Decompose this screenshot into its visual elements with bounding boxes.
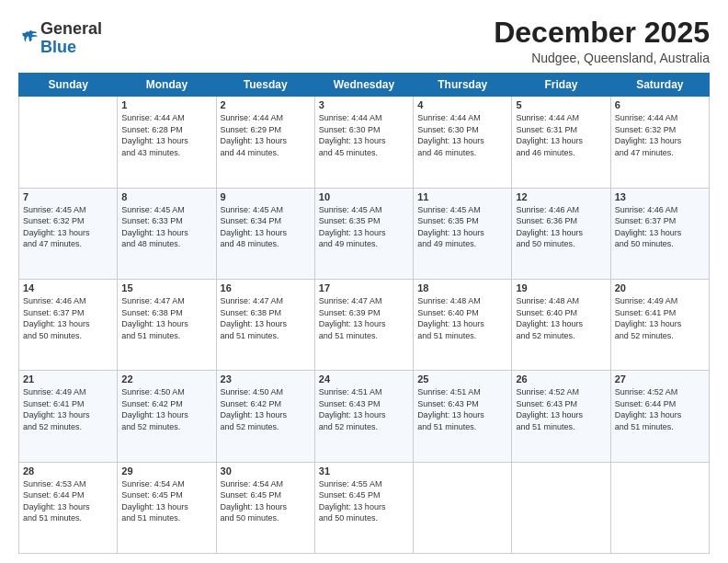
calendar-cell: 10Sunrise: 4:45 AM Sunset: 6:35 PM Dayli… — [314, 188, 413, 279]
location: Nudgee, Queensland, Australia — [494, 51, 710, 65]
calendar-week-4: 21Sunrise: 4:49 AM Sunset: 6:41 PM Dayli… — [19, 371, 710, 462]
calendar-cell — [414, 462, 512, 553]
cell-info: Sunrise: 4:55 AM Sunset: 6:45 PM Dayligh… — [319, 478, 409, 524]
day-number: 15 — [121, 282, 211, 293]
cell-info: Sunrise: 4:45 AM Sunset: 6:34 PM Dayligh… — [221, 204, 311, 250]
calendar-cell: 17Sunrise: 4:47 AM Sunset: 6:39 PM Dayli… — [314, 279, 413, 370]
cell-info: Sunrise: 4:46 AM Sunset: 6:37 PM Dayligh… — [23, 295, 113, 341]
day-number: 23 — [221, 373, 311, 385]
cell-info: Sunrise: 4:44 AM Sunset: 6:31 PM Dayligh… — [516, 112, 606, 158]
calendar-cell: 15Sunrise: 4:47 AM Sunset: 6:38 PM Dayli… — [118, 279, 216, 370]
calendar-cell: 11Sunrise: 4:45 AM Sunset: 6:35 PM Dayli… — [414, 188, 512, 279]
calendar-cell: 16Sunrise: 4:47 AM Sunset: 6:38 PM Dayli… — [216, 279, 314, 370]
day-number: 28 — [23, 465, 113, 477]
day-number: 11 — [417, 191, 507, 202]
calendar-cell: 2Sunrise: 4:44 AM Sunset: 6:29 PM Daylig… — [216, 97, 314, 188]
calendar-cell: 5Sunrise: 4:44 AM Sunset: 6:31 PM Daylig… — [512, 97, 610, 188]
day-number: 6 — [615, 99, 705, 110]
cell-info: Sunrise: 4:47 AM Sunset: 6:39 PM Dayligh… — [319, 295, 409, 341]
day-number: 22 — [121, 373, 211, 385]
calendar-week-5: 28Sunrise: 4:53 AM Sunset: 6:44 PM Dayli… — [19, 462, 710, 553]
day-number: 30 — [221, 465, 311, 477]
calendar-cell — [19, 97, 118, 188]
cell-info: Sunrise: 4:46 AM Sunset: 6:37 PM Dayligh… — [615, 204, 705, 250]
calendar-week-1: 1Sunrise: 4:44 AM Sunset: 6:28 PM Daylig… — [19, 97, 710, 188]
cell-info: Sunrise: 4:51 AM Sunset: 6:43 PM Dayligh… — [417, 386, 507, 432]
calendar-cell: 30Sunrise: 4:54 AM Sunset: 6:45 PM Dayli… — [216, 462, 314, 553]
day-number: 8 — [121, 191, 211, 202]
calendar-cell: 23Sunrise: 4:50 AM Sunset: 6:42 PM Dayli… — [216, 371, 314, 462]
weekday-header-row: SundayMondayTuesdayWednesdayThursdayFrid… — [19, 74, 710, 97]
cell-info: Sunrise: 4:45 AM Sunset: 6:35 PM Dayligh… — [417, 204, 507, 250]
cell-info: Sunrise: 4:48 AM Sunset: 6:40 PM Dayligh… — [516, 295, 606, 341]
cell-info: Sunrise: 4:54 AM Sunset: 6:45 PM Dayligh… — [121, 478, 211, 524]
calendar-cell: 12Sunrise: 4:46 AM Sunset: 6:36 PM Dayli… — [512, 188, 610, 279]
day-number: 17 — [319, 282, 409, 293]
day-number: 27 — [615, 373, 705, 385]
cell-info: Sunrise: 4:52 AM Sunset: 6:43 PM Dayligh… — [516, 386, 606, 432]
header: General Blue December 2025 Nudgee, Queen… — [18, 17, 710, 65]
calendar-cell: 31Sunrise: 4:55 AM Sunset: 6:45 PM Dayli… — [314, 462, 413, 553]
day-number: 12 — [516, 191, 606, 202]
calendar-cell — [512, 462, 610, 553]
day-number: 18 — [417, 282, 507, 293]
logo: General Blue — [18, 20, 102, 57]
calendar-cell: 13Sunrise: 4:46 AM Sunset: 6:37 PM Dayli… — [610, 188, 709, 279]
day-number: 5 — [516, 99, 606, 110]
day-number: 10 — [319, 191, 409, 202]
cell-info: Sunrise: 4:44 AM Sunset: 6:28 PM Dayligh… — [121, 112, 211, 158]
day-number: 31 — [319, 465, 409, 477]
cell-info: Sunrise: 4:49 AM Sunset: 6:41 PM Dayligh… — [23, 386, 113, 432]
day-number: 21 — [23, 373, 113, 385]
day-number: 13 — [615, 191, 705, 202]
weekday-header-monday: Monday — [118, 74, 216, 97]
cell-info: Sunrise: 4:47 AM Sunset: 6:38 PM Dayligh… — [121, 295, 211, 341]
day-number: 16 — [221, 282, 311, 293]
calendar-cell: 1Sunrise: 4:44 AM Sunset: 6:28 PM Daylig… — [118, 97, 216, 188]
calendar-week-3: 14Sunrise: 4:46 AM Sunset: 6:37 PM Dayli… — [19, 279, 710, 370]
calendar-cell: 26Sunrise: 4:52 AM Sunset: 6:43 PM Dayli… — [512, 371, 610, 462]
day-number: 9 — [221, 191, 311, 202]
weekday-header-thursday: Thursday — [414, 74, 512, 97]
logo-text: General Blue — [40, 20, 102, 57]
cell-info: Sunrise: 4:44 AM Sunset: 6:29 PM Dayligh… — [221, 112, 311, 158]
calendar-cell: 29Sunrise: 4:54 AM Sunset: 6:45 PM Dayli… — [118, 462, 216, 553]
calendar-table: SundayMondayTuesdayWednesdayThursdayFrid… — [18, 73, 710, 554]
weekday-header-wednesday: Wednesday — [314, 74, 413, 97]
calendar-cell: 4Sunrise: 4:44 AM Sunset: 6:30 PM Daylig… — [414, 97, 512, 188]
cell-info: Sunrise: 4:47 AM Sunset: 6:38 PM Dayligh… — [221, 295, 311, 341]
calendar-cell: 24Sunrise: 4:51 AM Sunset: 6:43 PM Dayli… — [314, 371, 413, 462]
cell-info: Sunrise: 4:44 AM Sunset: 6:32 PM Dayligh… — [615, 112, 705, 158]
cell-info: Sunrise: 4:54 AM Sunset: 6:45 PM Dayligh… — [221, 478, 311, 524]
calendar-cell: 3Sunrise: 4:44 AM Sunset: 6:30 PM Daylig… — [314, 97, 413, 188]
day-number: 24 — [319, 373, 409, 385]
calendar-cell: 8Sunrise: 4:45 AM Sunset: 6:33 PM Daylig… — [118, 188, 216, 279]
day-number: 3 — [319, 99, 409, 110]
calendar-cell: 22Sunrise: 4:50 AM Sunset: 6:42 PM Dayli… — [118, 371, 216, 462]
day-number: 4 — [417, 99, 507, 110]
cell-info: Sunrise: 4:52 AM Sunset: 6:44 PM Dayligh… — [615, 386, 705, 432]
day-number: 25 — [417, 373, 507, 385]
cell-info: Sunrise: 4:49 AM Sunset: 6:41 PM Dayligh… — [615, 295, 705, 341]
calendar-cell: 7Sunrise: 4:45 AM Sunset: 6:32 PM Daylig… — [19, 188, 118, 279]
day-number: 14 — [23, 282, 113, 293]
calendar-cell: 6Sunrise: 4:44 AM Sunset: 6:32 PM Daylig… — [610, 97, 709, 188]
calendar-cell: 25Sunrise: 4:51 AM Sunset: 6:43 PM Dayli… — [414, 371, 512, 462]
cell-info: Sunrise: 4:45 AM Sunset: 6:32 PM Dayligh… — [23, 204, 113, 250]
calendar-cell: 28Sunrise: 4:53 AM Sunset: 6:44 PM Dayli… — [19, 462, 118, 553]
calendar-cell — [610, 462, 709, 553]
weekday-header-tuesday: Tuesday — [216, 74, 314, 97]
day-number: 29 — [121, 465, 211, 477]
cell-info: Sunrise: 4:45 AM Sunset: 6:35 PM Dayligh… — [319, 204, 409, 250]
logo-bird-icon — [20, 29, 40, 49]
cell-info: Sunrise: 4:45 AM Sunset: 6:33 PM Dayligh… — [121, 204, 211, 250]
calendar-cell: 19Sunrise: 4:48 AM Sunset: 6:40 PM Dayli… — [512, 279, 610, 370]
cell-info: Sunrise: 4:46 AM Sunset: 6:36 PM Dayligh… — [516, 204, 606, 250]
cell-info: Sunrise: 4:48 AM Sunset: 6:40 PM Dayligh… — [417, 295, 507, 341]
calendar-cell: 18Sunrise: 4:48 AM Sunset: 6:40 PM Dayli… — [414, 279, 512, 370]
day-number: 19 — [516, 282, 606, 293]
calendar-cell: 14Sunrise: 4:46 AM Sunset: 6:37 PM Dayli… — [19, 279, 118, 370]
page: General Blue December 2025 Nudgee, Queen… — [0, 0, 728, 563]
day-number: 20 — [615, 282, 705, 293]
weekday-header-sunday: Sunday — [19, 74, 118, 97]
